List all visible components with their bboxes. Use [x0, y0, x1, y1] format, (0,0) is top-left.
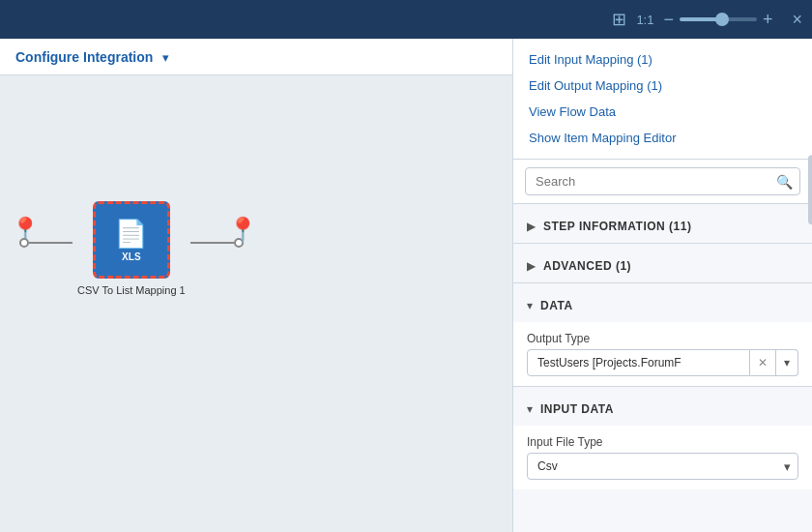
zoom-control: − + — [663, 11, 772, 28]
top-bar: ⊞ 1:1 − + × — [0, 0, 812, 39]
data-body: Output Type TestUsers [Projects.ForumF ✕… — [513, 322, 812, 386]
data-chevron-icon: ▾ — [527, 299, 533, 312]
search-input[interactable] — [525, 167, 800, 195]
red-pin-icon: 📍 — [227, 216, 258, 246]
input-data-section: ▾ INPUT DATA Input File Type Csv Tsv Jso… — [513, 393, 812, 489]
output-type-wrapper: TestUsers [Projects.ForumF ✕ ▾ — [527, 349, 798, 376]
config-bar: Configure Integration ▾ — [0, 39, 512, 75]
zoom-slider-thumb — [715, 13, 729, 26]
dropdown-menu: Edit Input Mapping (1) Edit Output Mappi… — [513, 39, 812, 160]
advanced-chevron-icon: ▶ — [527, 259, 536, 273]
input-data-chevron-icon: ▾ — [527, 402, 533, 416]
flow-node[interactable]: 📍 📄 XLS 📍 CSV To L — [77, 201, 186, 296]
right-panel: Properties Edit Input Mapping (1) Edit O… — [512, 39, 812, 532]
edit-output-mapping-item[interactable]: Edit Output Mapping (1) — [513, 73, 812, 99]
canvas-area: Configure Integration ▾ 📍 📄 XLS — [0, 39, 512, 532]
flow-canvas: 📍 📄 XLS 📍 CSV To L — [0, 75, 512, 532]
output-type-label: Output Type — [527, 332, 798, 345]
step-information-header[interactable]: ▶ STEP INFORMATION (11) — [513, 210, 812, 243]
advanced-header[interactable]: ▶ ADVANCED (1) — [513, 250, 812, 282]
connector-dot-left — [19, 238, 29, 248]
step-information-section: ▶ STEP INFORMATION (11) — [513, 210, 812, 244]
input-file-type-select[interactable]: Csv Tsv Json Xml — [527, 453, 798, 480]
close-button[interactable]: × — [792, 10, 802, 30]
node-label: CSV To List Mapping 1 — [77, 284, 186, 296]
input-data-body: Input File Type Csv Tsv Json Xml ▾ — [513, 426, 812, 489]
properties-tab[interactable]: Properties — [808, 155, 812, 224]
show-item-mapping-editor-item[interactable]: Show Item Mapping Editor — [513, 125, 812, 151]
output-type-clear-button[interactable]: ✕ — [750, 349, 776, 376]
input-data-title: INPUT DATA — [540, 402, 614, 416]
edit-input-mapping-item[interactable]: Edit Input Mapping (1) — [513, 46, 812, 73]
grid-icon[interactable]: ⊞ — [612, 9, 626, 30]
zoom-out-button[interactable]: − — [663, 11, 674, 28]
ratio-label: 1:1 — [636, 13, 653, 27]
search-input-wrapper: 🔍 — [525, 167, 800, 195]
zoom-slider[interactable] — [680, 17, 757, 21]
node-box[interactable]: 📄 XLS — [93, 201, 170, 279]
top-bar-controls: ⊞ 1:1 − + × — [612, 9, 802, 30]
data-title: DATA — [540, 299, 573, 312]
data-section: ▾ DATA Output Type TestUsers [Projects.F… — [513, 289, 812, 387]
left-connector — [19, 238, 72, 248]
advanced-section: ▶ ADVANCED (1) — [513, 250, 812, 283]
connector-line-left — [29, 242, 72, 244]
search-icon: 🔍 — [776, 174, 793, 190]
zoom-in-button[interactable]: + — [763, 11, 773, 28]
view-flow-data-item[interactable]: View Flow Data — [513, 99, 812, 125]
xls-file-icon: 📄 — [114, 218, 148, 250]
search-container: 🔍 — [513, 160, 812, 204]
input-file-type-label: Input File Type — [527, 435, 798, 449]
advanced-title: ADVANCED (1) — [543, 259, 631, 273]
csv-wrapper: Csv Tsv Json Xml ▾ — [527, 453, 798, 480]
input-data-header[interactable]: ▾ INPUT DATA — [513, 393, 812, 426]
step-information-title: STEP INFORMATION (11) — [543, 220, 691, 233]
output-type-value: TestUsers [Projects.ForumF — [527, 349, 750, 376]
data-header[interactable]: ▾ DATA — [513, 289, 812, 322]
step-information-chevron-icon: ▶ — [527, 220, 536, 233]
config-chevron-icon: ▾ — [162, 50, 169, 65]
main-layout: Configure Integration ▾ 📍 📄 XLS — [0, 39, 812, 532]
xls-label: XLS — [122, 251, 140, 262]
output-type-dropdown-button[interactable]: ▾ — [776, 349, 798, 376]
configure-integration-title[interactable]: Configure Integration ▾ — [15, 49, 169, 65]
